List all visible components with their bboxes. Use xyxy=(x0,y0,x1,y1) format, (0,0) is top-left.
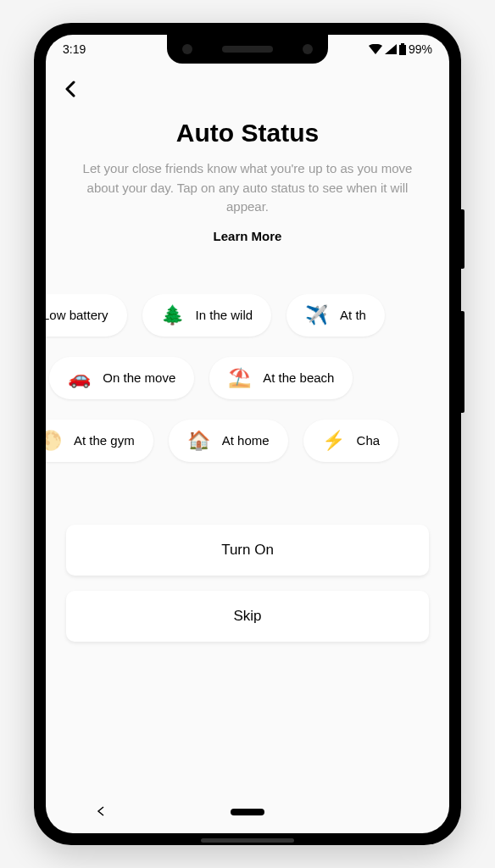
status-chip-on-the-move[interactable]: 🚗 On the move xyxy=(49,357,194,399)
page-title: Auto Status xyxy=(46,119,449,147)
airplane-icon: ✈️ xyxy=(305,304,328,326)
chip-label: Low battery xyxy=(46,308,108,322)
status-chip-in-the-wild[interactable]: 🌲 In the wild xyxy=(142,294,272,337)
chevron-left-icon xyxy=(63,81,80,97)
status-time: 3:19 xyxy=(63,42,86,56)
learn-more-link[interactable]: Learn More xyxy=(46,229,449,243)
chip-label: In the wild xyxy=(196,308,253,322)
action-buttons: Turn On Skip xyxy=(46,525,449,642)
skip-button[interactable]: Skip xyxy=(66,591,429,642)
side-button xyxy=(461,311,464,413)
screen: 3:19 99% Auto Status Let your close frie… xyxy=(46,35,449,833)
chip-label: On the move xyxy=(103,370,175,385)
chip-row: 🌕 At the gym 🏠 At home ⚡ Cha xyxy=(46,420,449,462)
beach-icon: ⛱️ xyxy=(228,367,251,389)
signal-icon xyxy=(385,44,397,54)
status-chips: Low battery 🌲 In the wild ✈️ At th g 🚗 xyxy=(46,294,449,482)
camera-icon xyxy=(303,44,313,54)
status-chip-at-home[interactable]: 🏠 At home xyxy=(169,420,288,462)
gym-icon: 🌕 xyxy=(46,430,62,452)
battery-icon xyxy=(399,43,406,55)
chip-label: Cha xyxy=(357,433,381,448)
house-icon: 🏠 xyxy=(187,430,210,452)
chevron-left-icon xyxy=(97,806,105,816)
chip-label: At home xyxy=(222,433,270,448)
bolt-icon: ⚡ xyxy=(322,430,345,452)
earpiece xyxy=(222,46,273,53)
chip-label: At the gym xyxy=(74,433,135,448)
wifi-icon xyxy=(369,44,382,54)
chip-label: At th xyxy=(340,308,366,322)
speaker-grille xyxy=(201,838,294,843)
status-chip-low-battery[interactable]: Low battery xyxy=(46,294,127,337)
status-chip-at-the-gym[interactable]: 🌕 At the gym xyxy=(46,420,153,462)
car-icon: 🚗 xyxy=(68,367,91,389)
tree-icon: 🌲 xyxy=(161,304,184,326)
svg-rect-1 xyxy=(401,43,404,45)
status-chip-charging[interactable]: ⚡ Cha xyxy=(303,420,399,462)
side-button xyxy=(461,209,464,269)
nav-home-pill[interactable] xyxy=(231,809,264,815)
chip-label: At the beach xyxy=(263,370,334,385)
status-chip-at-the-beach[interactable]: ⛱️ At the beach xyxy=(209,357,353,399)
camera-icon xyxy=(182,44,192,54)
android-nav-bar xyxy=(46,791,449,833)
page-subtitle: Let your close friends know what you're … xyxy=(80,159,415,217)
phone-frame: 3:19 99% Auto Status Let your close frie… xyxy=(34,23,461,845)
svg-rect-0 xyxy=(399,45,406,55)
notch xyxy=(167,35,328,64)
chip-row: g 🚗 On the move ⛱️ At the beach xyxy=(46,357,449,399)
nav-back-button[interactable] xyxy=(97,805,105,819)
turn-on-button[interactable]: Turn On xyxy=(66,525,429,576)
battery-percent: 99% xyxy=(409,42,432,56)
status-chip-airport[interactable]: ✈️ At th xyxy=(286,294,385,337)
chip-row: Low battery 🌲 In the wild ✈️ At th xyxy=(46,294,449,337)
back-button[interactable] xyxy=(63,77,80,103)
status-icons: 99% xyxy=(369,42,432,56)
